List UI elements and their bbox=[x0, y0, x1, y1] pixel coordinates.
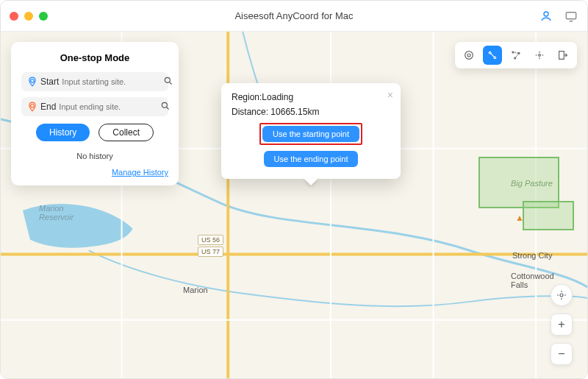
svg-point-6 bbox=[162, 102, 168, 107]
minimize-window-icon[interactable] bbox=[24, 12, 33, 21]
map-mode-toolbar bbox=[455, 42, 577, 68]
svg-point-14 bbox=[539, 54, 541, 57]
road-label-us56: US 56 bbox=[198, 235, 223, 245]
svg-point-15 bbox=[560, 294, 563, 297]
window-controls bbox=[10, 12, 48, 21]
start-input[interactable] bbox=[62, 77, 163, 86]
end-row: End bbox=[21, 97, 168, 116]
svg-point-9 bbox=[489, 52, 491, 54]
region-line: Region:Loading bbox=[232, 92, 390, 102]
start-search-icon[interactable] bbox=[163, 76, 173, 88]
zoom-out-button[interactable]: − bbox=[551, 343, 573, 365]
history-button[interactable]: History bbox=[36, 124, 90, 141]
start-row: Start bbox=[21, 72, 168, 91]
end-search-icon[interactable] bbox=[160, 101, 171, 113]
svg-point-3 bbox=[31, 79, 35, 83]
city-marion: Marion bbox=[183, 286, 208, 294]
label-marion-reservoir: Marion Reservoir bbox=[39, 204, 74, 222]
zoom-in-button[interactable]: + bbox=[551, 314, 573, 336]
svg-rect-1 bbox=[566, 12, 576, 18]
distance-line: Distance: 10665.15km bbox=[232, 107, 390, 117]
popup-close-icon[interactable]: × bbox=[387, 89, 393, 101]
svg-point-8 bbox=[465, 52, 473, 60]
locate-mode-button[interactable] bbox=[459, 46, 478, 65]
use-ending-point-button[interactable]: Use the ending point bbox=[264, 151, 359, 167]
titlebar: Aiseesoft AnyCoord for Mac bbox=[1, 1, 587, 32]
end-label: End bbox=[40, 102, 56, 112]
zoom-controls: + − bbox=[551, 284, 573, 365]
city-strong-city: Strong City bbox=[512, 251, 552, 260]
road-label-us77: US 77 bbox=[198, 247, 223, 257]
location-popup: × Region:Loading Distance: 10665.15km Us… bbox=[221, 83, 401, 179]
svg-point-7 bbox=[467, 54, 470, 57]
use-starting-point-button[interactable]: Use the starting point bbox=[262, 126, 359, 142]
panel-title: One-stop Mode bbox=[21, 52, 168, 63]
svg-point-0 bbox=[544, 12, 548, 16]
joystick-mode-button[interactable] bbox=[530, 46, 549, 65]
warning-icon: ▲ bbox=[515, 213, 524, 223]
end-input[interactable] bbox=[59, 102, 160, 111]
start-pin-icon bbox=[27, 76, 37, 88]
one-stop-mode-button[interactable] bbox=[483, 46, 502, 65]
svg-point-4 bbox=[165, 77, 171, 82]
recenter-button[interactable] bbox=[551, 284, 573, 306]
start-label: Start bbox=[40, 77, 59, 87]
export-button[interactable] bbox=[553, 46, 573, 65]
screen-icon[interactable] bbox=[564, 9, 578, 24]
collect-button[interactable]: Collect bbox=[98, 124, 154, 141]
fullscreen-window-icon[interactable] bbox=[39, 12, 48, 21]
one-stop-panel: One-stop Mode Start End bbox=[11, 42, 179, 185]
map-canvas[interactable]: US 56 US 77 Marion Marion Reservoir Stro… bbox=[1, 32, 587, 378]
account-icon[interactable] bbox=[539, 9, 553, 24]
manage-history-link[interactable]: Manage History bbox=[112, 168, 168, 177]
city-cottonwood-falls: Cottonwood Falls bbox=[511, 272, 554, 289]
end-pin-icon bbox=[27, 101, 37, 113]
multi-stop-mode-button[interactable] bbox=[506, 46, 526, 65]
svg-point-10 bbox=[494, 57, 496, 59]
app-title: Aiseesoft AnyCoord for Mac bbox=[1, 10, 587, 21]
start-point-highlight: Use the starting point bbox=[259, 123, 362, 145]
no-history-text: No history bbox=[21, 152, 168, 160]
popup-arrow-icon bbox=[304, 179, 318, 185]
close-window-icon[interactable] bbox=[10, 12, 18, 21]
svg-point-5 bbox=[31, 105, 35, 108]
